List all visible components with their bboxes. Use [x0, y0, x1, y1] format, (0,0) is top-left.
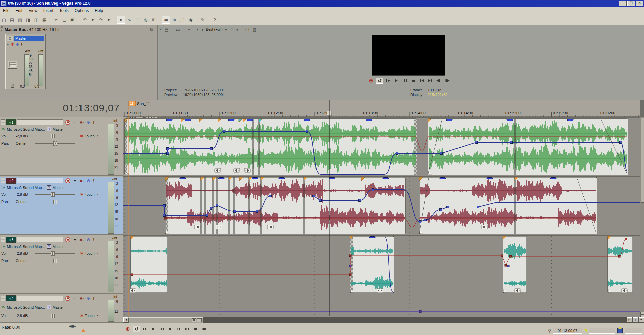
- event-gain-icon[interactable]: [515, 289, 521, 293]
- pan-value[interactable]: Center: [16, 141, 35, 145]
- scroll-left-icon[interactable]: ◄: [123, 317, 129, 322]
- mute-bus-icon[interactable]: ⊘: [16, 42, 19, 47]
- track-header-1[interactable]: ◀1≂✖▾⊘!≫Microsoft Sound Map...◻MasterVol…: [0, 118, 123, 176]
- play-button[interactable]: [393, 78, 400, 83]
- slider-track[interactable]: [35, 261, 75, 261]
- go-to-end-button[interactable]: [184, 326, 190, 332]
- slider-handle[interactable]: [53, 200, 57, 204]
- envelope-node[interactable]: [510, 141, 513, 144]
- chevron-down-icon[interactable]: ▾: [83, 239, 84, 241]
- automation-mode[interactable]: Touch: [85, 251, 94, 255]
- slider-track[interactable]: [35, 253, 75, 254]
- menu-item-file[interactable]: File: [0, 7, 12, 14]
- play-from-start-button[interactable]: [142, 326, 148, 332]
- slider-track[interactable]: [35, 194, 75, 195]
- snap-icon[interactable]: ⊞: [150, 16, 157, 23]
- invert-phase-icon[interactable]: !: [93, 120, 94, 124]
- maximize-button[interactable]: ❐: [627, 1, 635, 6]
- pin-icon[interactable]: ⚲: [548, 328, 551, 333]
- event-gain-icon[interactable]: [234, 168, 240, 172]
- envelope-node[interactable]: [501, 255, 503, 257]
- pause-button[interactable]: [402, 78, 409, 83]
- event-gain-icon[interactable]: [215, 168, 221, 172]
- paste-icon[interactable]: ▣: [69, 16, 76, 23]
- zoom-in-icon[interactable]: +: [633, 317, 638, 322]
- arm-record-icon[interactable]: [65, 120, 70, 125]
- arm-record-icon[interactable]: [65, 296, 70, 301]
- next-frame-button[interactable]: [444, 78, 450, 83]
- play-from-start-button[interactable]: [385, 78, 392, 83]
- next-frame-button[interactable]: [201, 326, 207, 332]
- close-icon[interactable]: ✕: [1, 26, 3, 29]
- track-minimize-icon[interactable]: [1, 237, 5, 242]
- invert-phase-icon[interactable]: !: [93, 179, 94, 183]
- track-name-field[interactable]: [17, 237, 63, 242]
- event-gain-icon[interactable]: [622, 289, 628, 293]
- track-envelope-icon[interactable]: ≂: [73, 296, 76, 301]
- solo-icon[interactable]: ⊘: [87, 237, 90, 242]
- lock-fader-icon[interactable]: [11, 85, 14, 88]
- track-name-field[interactable]: [17, 178, 63, 183]
- menu-item-help[interactable]: Help: [92, 7, 106, 14]
- track-header-2[interactable]: ◀2≂✖▾⊘!≫Microsoft Sound Map...◻MasterVol…: [0, 177, 123, 235]
- render-as-icon[interactable]: ◨: [24, 16, 32, 23]
- mute-icon[interactable]: ✖: [79, 238, 82, 242]
- time-display[interactable]: 01:13:09,07: [0, 100, 123, 117]
- solo-icon[interactable]: ⊘: [87, 120, 90, 125]
- envelope-node[interactable]: [256, 210, 258, 213]
- track-number[interactable]: ◀2: [6, 178, 16, 184]
- automation-gear-icon[interactable]: ✱: [80, 314, 83, 318]
- whats-this-help-icon[interactable]: ?: [211, 16, 218, 23]
- track-name-field[interactable]: [17, 296, 63, 301]
- envelope-node[interactable]: [210, 148, 213, 150]
- bus-assign-icon[interactable]: ◻: [47, 185, 51, 190]
- track-lane-4[interactable]: [123, 294, 640, 317]
- envelope-edit-tool-icon[interactable]: ∿: [126, 16, 133, 23]
- envelope-node[interactable]: [509, 255, 512, 257]
- envelope-node[interactable]: [424, 219, 427, 221]
- record-button[interactable]: [125, 326, 131, 332]
- copy-snapshot-icon[interactable]: ❏: [244, 26, 251, 32]
- menu-item-tools[interactable]: Tools: [56, 7, 72, 14]
- envelope-node[interactable]: [440, 152, 443, 155]
- pan-value[interactable]: Center: [16, 200, 35, 204]
- track-minimize-icon[interactable]: [1, 296, 5, 301]
- slider-handle[interactable]: [53, 141, 57, 146]
- pan-value[interactable]: Center: [16, 259, 35, 263]
- previous-frame-button[interactable]: [193, 326, 199, 332]
- envelope-node[interactable]: [319, 199, 322, 202]
- event-gain-icon[interactable]: [194, 225, 200, 229]
- event-gain-icon[interactable]: [130, 289, 136, 293]
- slider-handle[interactable]: [51, 134, 55, 138]
- zoom-in-track-height-icon[interactable]: [640, 312, 644, 314]
- event-gain-icon[interactable]: [267, 225, 273, 229]
- routing-icon[interactable]: ≫: [1, 244, 5, 249]
- close-button[interactable]: ✕: [636, 1, 643, 6]
- rate-slider-handle[interactable]: ◀◆▶: [69, 324, 75, 328]
- timeline-area[interactable]: 11Son_1101:11:0001:11:3001:12:0001:12:30…: [123, 100, 640, 317]
- envelope-node[interactable]: [163, 214, 166, 217]
- envelope-node[interactable]: [269, 195, 272, 197]
- envelope-node[interactable]: [164, 217, 166, 219]
- envelope-node[interactable]: [396, 152, 398, 155]
- invert-phase-icon[interactable]: !: [93, 238, 94, 242]
- routing-icon[interactable]: ≫: [1, 127, 5, 131]
- track-number[interactable]: ◀4: [6, 295, 16, 301]
- track-envelope-icon[interactable]: ≂: [73, 238, 76, 242]
- redo-icon[interactable]: ↷: [97, 16, 104, 23]
- horizontal-scrollbar[interactable]: ◄ ► + −: [123, 317, 644, 323]
- go-to-start-button[interactable]: [419, 78, 425, 83]
- overlays-grid-icon[interactable]: #: [228, 26, 235, 32]
- envelope-node[interactable]: [507, 265, 509, 267]
- arm-record-icon[interactable]: [65, 237, 70, 242]
- stop-button[interactable]: [410, 78, 417, 83]
- envelope-node[interactable]: [372, 189, 374, 191]
- close-icon[interactable]: ✕: [159, 28, 162, 31]
- event-gain-icon[interactable]: [482, 225, 488, 229]
- chevron-down-icon[interactable]: ▾: [97, 314, 99, 317]
- status-timecode[interactable]: 01:13:09,07: [553, 328, 582, 334]
- play-button[interactable]: [151, 326, 157, 332]
- track-number[interactable]: ◀3: [6, 237, 16, 243]
- track-header-4[interactable]: ◀4≂✖▾⊘!≫Microsoft Sound Map...◻MasterVol…: [0, 294, 123, 323]
- envelope-node[interactable]: [313, 195, 315, 197]
